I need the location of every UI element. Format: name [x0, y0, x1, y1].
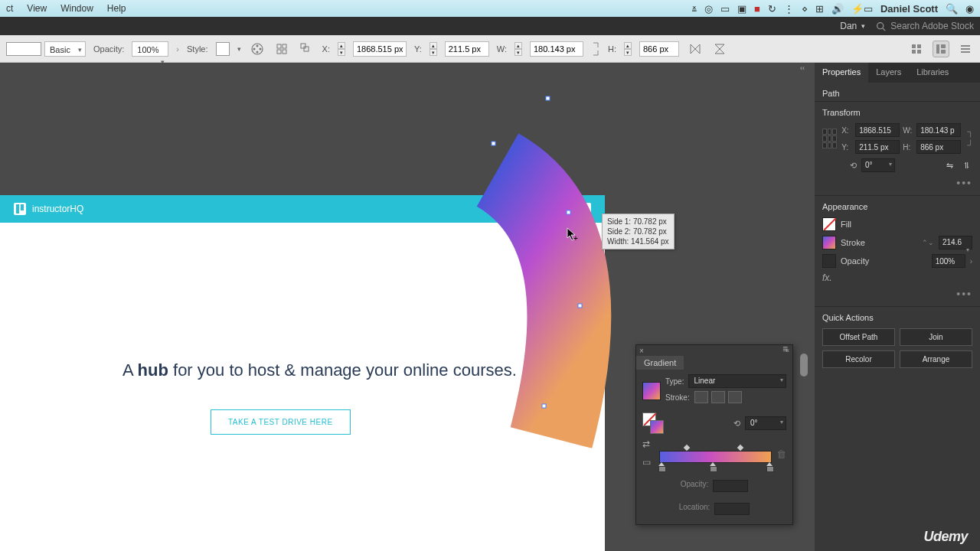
- fill-swatch[interactable]: [822, 217, 836, 231]
- more-options-icon[interactable]: •••: [822, 288, 972, 300]
- stop-location-input[interactable]: [714, 503, 750, 515]
- tab-layers[interactable]: Layers: [868, 63, 909, 83]
- scrollbar-thumb[interactable]: [800, 354, 808, 377]
- panel-tabs: Properties Layers Libraries: [815, 63, 980, 83]
- list-layout-icon[interactable]: [957, 41, 974, 57]
- flip-v-icon[interactable]: ⥮: [960, 159, 972, 171]
- menu-item[interactable]: View: [27, 3, 47, 14]
- prop-w-input[interactable]: [916, 123, 961, 137]
- more-options-icon[interactable]: •••: [822, 177, 972, 189]
- h-stepper[interactable]: ▴▾: [624, 42, 632, 56]
- gradient-preview[interactable]: [642, 382, 661, 400]
- chevron-right-icon[interactable]: ›: [970, 257, 972, 266]
- artboard[interactable]: instructorHQ SIGN UP A hub for you to ho…: [0, 195, 605, 551]
- stroke-across-icon[interactable]: [728, 391, 742, 403]
- w-stepper[interactable]: ▴▾: [514, 42, 522, 56]
- angle-dropdown[interactable]: 0°: [745, 416, 786, 430]
- canvas-scrollbar[interactable]: ‹‹: [798, 63, 810, 551]
- svg-rect-10: [283, 50, 286, 54]
- stroke-stepper[interactable]: ⌃⌄: [922, 236, 934, 249]
- grid-icon[interactable]: ⊞: [815, 3, 824, 15]
- stroke-profile-dropdown[interactable]: Basic: [44, 41, 86, 57]
- timemachine-icon[interactable]: ↻: [768, 3, 776, 15]
- stroke-swatch[interactable]: [822, 236, 836, 249]
- panel-layout-icon[interactable]: [933, 41, 949, 57]
- stroke-within-icon[interactable]: [694, 391, 708, 403]
- offset-path-button[interactable]: Offset Path: [822, 328, 895, 346]
- spotlight-icon[interactable]: 🔍: [946, 3, 958, 15]
- screenflow-icon[interactable]: ▣: [737, 3, 746, 15]
- chevron-right-icon[interactable]: ›: [176, 44, 179, 54]
- gradient-tab[interactable]: Gradient: [636, 356, 684, 370]
- siri-icon[interactable]: ◉: [965, 3, 974, 15]
- fx-icon[interactable]: fx.: [822, 272, 832, 283]
- opacity-dropdown[interactable]: 100%: [132, 41, 168, 57]
- gradient-ramp[interactable]: [659, 451, 772, 463]
- menu-item[interactable]: ct: [6, 3, 13, 14]
- fill-stroke-toggle[interactable]: [642, 412, 664, 434]
- close-icon[interactable]: ×: [639, 347, 644, 355]
- chevron-down-icon[interactable]: ▾: [237, 45, 241, 53]
- stroke-weight-dropdown[interactable]: 214.6: [939, 236, 972, 249]
- color-stop[interactable]: [710, 462, 716, 470]
- midpoint-diamond[interactable]: [737, 445, 743, 451]
- style-swatch[interactable]: [216, 42, 230, 56]
- battery-icon[interactable]: ⚡▭: [851, 3, 873, 15]
- flip-h-icon[interactable]: ⇋: [943, 159, 956, 171]
- gradient-annotator-icon[interactable]: ▭: [642, 457, 655, 469]
- reverse-gradient-icon[interactable]: ⇄: [642, 439, 655, 451]
- stock-search[interactable]: Search Adobe Stock: [876, 21, 974, 31]
- stroke-preview[interactable]: [6, 42, 41, 56]
- opacity-swatch[interactable]: [822, 254, 836, 268]
- stroke-along-icon[interactable]: [711, 391, 725, 403]
- flip-v-icon[interactable]: [711, 41, 728, 57]
- link-wh-icon[interactable]: [591, 41, 600, 57]
- x-input[interactable]: [353, 41, 407, 57]
- prop-h-input[interactable]: [916, 140, 961, 154]
- menu-item[interactable]: Help: [107, 3, 126, 14]
- color-stop[interactable]: [658, 462, 665, 470]
- cta-button[interactable]: TAKE A TEST DRIVE HERE: [211, 409, 351, 435]
- signup-button[interactable]: SIGN UP: [536, 203, 591, 216]
- prop-y-input[interactable]: [855, 140, 900, 154]
- prop-x-input[interactable]: [855, 123, 900, 137]
- record-icon[interactable]: ■: [754, 3, 760, 15]
- w-input[interactable]: [530, 41, 583, 57]
- tab-libraries[interactable]: Libraries: [909, 63, 956, 83]
- x-stepper[interactable]: ▴▾: [338, 42, 345, 56]
- align-icon[interactable]: [273, 41, 290, 57]
- h-input[interactable]: [639, 41, 679, 57]
- stop-location-label: Location:: [679, 503, 710, 515]
- collapse-icon[interactable]: «: [786, 347, 789, 354]
- tab-properties[interactable]: Properties: [815, 63, 868, 83]
- shape-mode-icon[interactable]: [298, 41, 315, 57]
- display-icon[interactable]: ▭: [720, 3, 730, 15]
- gradient-type-dropdown[interactable]: Linear: [688, 374, 786, 388]
- midpoint-diamond[interactable]: [684, 445, 690, 451]
- chevron-left-icon[interactable]: ‹‹: [800, 64, 805, 72]
- prop-opacity-input[interactable]: [932, 254, 965, 268]
- wifi-icon[interactable]: ⋄: [802, 3, 808, 15]
- mac-user[interactable]: Daniel Scott: [880, 3, 938, 15]
- rotate-dropdown[interactable]: 0°: [861, 158, 895, 172]
- link-wh-icon[interactable]: [965, 126, 972, 151]
- color-stop[interactable]: [766, 462, 773, 470]
- menu-item[interactable]: Window: [60, 3, 93, 14]
- type-label: Type:: [665, 377, 684, 386]
- app-user-menu[interactable]: Dan ▾: [840, 21, 865, 31]
- recolor-button[interactable]: Recolor: [822, 350, 895, 368]
- stop-opacity-input[interactable]: [713, 480, 748, 492]
- y-stepper[interactable]: ▴▾: [430, 42, 437, 56]
- cc-icon[interactable]: ◎: [704, 3, 713, 15]
- grid-layout-icon[interactable]: [908, 41, 925, 57]
- flip-h-icon[interactable]: [687, 41, 704, 57]
- volume-icon[interactable]: 🔊: [831, 3, 844, 15]
- reference-point-grid[interactable]: [822, 129, 837, 148]
- dropbox-icon[interactable]: ⩮: [691, 3, 697, 15]
- delete-stop-icon[interactable]: 🗑: [776, 448, 786, 460]
- recolor-icon[interactable]: [249, 41, 266, 57]
- join-button[interactable]: Join: [900, 328, 972, 346]
- arrange-button[interactable]: Arrange: [900, 350, 972, 368]
- y-input[interactable]: [445, 41, 489, 57]
- canvas-area[interactable]: instructorHQ SIGN UP A hub for you to ho…: [0, 63, 980, 551]
